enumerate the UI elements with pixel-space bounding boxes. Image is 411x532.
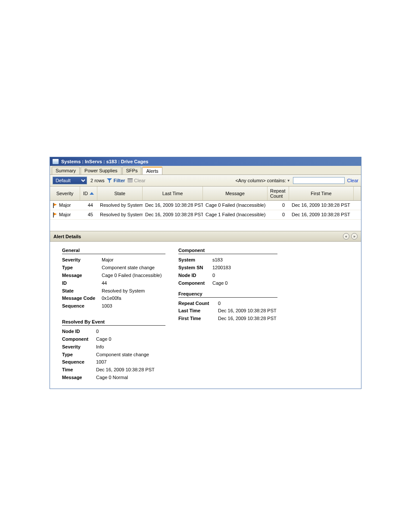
- filter-icon: [107, 178, 112, 183]
- section-component: Component: [178, 248, 277, 254]
- breadcrumb: Systems : InServs : s183 : Drive Cages: [61, 159, 148, 164]
- table-row[interactable]: Major 44 Resolved by System Dec 16, 2009…: [50, 201, 361, 210]
- alerts-window: Systems : InServs : s183 : Drive Cages S…: [50, 157, 361, 389]
- app-icon: [53, 159, 59, 164]
- col-last-time[interactable]: Last Time: [143, 187, 203, 200]
- tab-alerts[interactable]: Alerts: [142, 167, 162, 174]
- search-input[interactable]: [293, 177, 345, 184]
- severity-flag-icon: [53, 212, 57, 218]
- collapse-up-button[interactable]: «: [343, 233, 349, 240]
- col-message[interactable]: Message: [203, 187, 268, 200]
- filter-button[interactable]: Filter: [107, 178, 125, 183]
- col-first-time[interactable]: First Time: [289, 187, 354, 200]
- col-state[interactable]: State: [97, 187, 143, 200]
- col-repeat-count[interactable]: Repeat Count: [268, 187, 289, 200]
- grid-header: Severity ID State Last Time Message Repe…: [50, 187, 361, 201]
- severity-flag-icon: [53, 203, 57, 208]
- row-count: 2 rows: [90, 178, 104, 183]
- col-severity[interactable]: Severity: [50, 187, 80, 200]
- table-row[interactable]: Major 45 Resolved by System Dec 16, 2009…: [50, 210, 361, 220]
- toolbar: Default 2 rows Filter Clear <Any column>…: [50, 175, 361, 187]
- sort-asc-icon: [90, 192, 94, 195]
- window-titlebar: Systems : InServs : s183 : Drive Cages: [50, 157, 361, 166]
- collapse-down-button[interactable]: »: [351, 233, 358, 240]
- tab-bar: Summary Power Supplies SFPs Alerts: [50, 166, 361, 175]
- section-resolved: Resolved By Event: [62, 319, 165, 326]
- clear-filter-button[interactable]: Clear: [128, 178, 145, 183]
- clear-link[interactable]: Clear: [347, 178, 358, 183]
- clear-filter-icon: [128, 178, 133, 183]
- section-general: General: [62, 248, 165, 254]
- view-select[interactable]: Default: [53, 177, 87, 184]
- grid-body: Major 44 Resolved by System Dec 16, 2009…: [50, 201, 361, 231]
- tab-power-supplies[interactable]: Power Supplies: [81, 167, 121, 174]
- col-id[interactable]: ID: [80, 187, 97, 200]
- details-header: Alert Details « »: [50, 231, 361, 242]
- tab-sfps[interactable]: SFPs: [122, 167, 142, 174]
- section-frequency: Frequency: [178, 291, 277, 298]
- tab-summary[interactable]: Summary: [52, 167, 80, 174]
- col-spacer: [354, 187, 361, 200]
- column-filter-label[interactable]: <Any column> contains: ▼: [235, 178, 290, 183]
- details-body: General SeverityMajor TypeComponent stat…: [50, 242, 361, 389]
